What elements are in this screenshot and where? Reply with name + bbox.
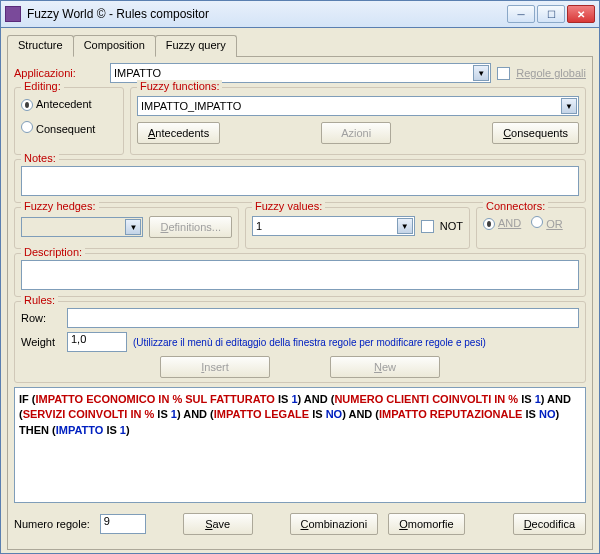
description-field[interactable] xyxy=(21,260,579,290)
fuzzy-functions-value: IMPATTO_IMPATTO xyxy=(141,100,241,112)
numero-regole-label: Numero regole: xyxy=(14,518,90,530)
regole-globali-label: Regole globali xyxy=(516,67,586,79)
regole-globali-checkbox[interactable] xyxy=(497,67,510,80)
antecedents-button[interactable]: Antecedents xyxy=(137,122,220,144)
weight-field[interactable]: 1,0 xyxy=(67,332,127,352)
minimize-button[interactable]: ─ xyxy=(507,5,535,23)
hedges-select: ▼ xyxy=(21,217,143,237)
consequents-button[interactable]: Consequents xyxy=(492,122,579,144)
fuzzy-values-select[interactable]: 1 ▼ xyxy=(252,216,415,236)
notes-field[interactable] xyxy=(21,166,579,196)
not-checkbox[interactable] xyxy=(421,220,434,233)
and-radio: AND xyxy=(483,217,521,230)
titlebar[interactable]: Fuzzy World © - Rules compositor ─ ☐ ✕ xyxy=(0,0,600,28)
fuzzy-functions-group-title: Fuzzy functions: xyxy=(137,80,222,92)
connectors-group-title: Connectors: xyxy=(483,200,548,212)
maximize-button[interactable]: ☐ xyxy=(537,5,565,23)
weight-label: Weight xyxy=(21,336,61,348)
editing-group-title: Editing: xyxy=(21,80,64,92)
fuzzy-hedges-group-title: Fuzzy hedges: xyxy=(21,200,99,212)
row-label: Row: xyxy=(21,312,61,324)
applicazioni-label: Applicazioni: xyxy=(14,67,104,79)
numero-regole-field[interactable]: 9 xyxy=(100,514,146,534)
save-button[interactable]: Save xyxy=(183,513,253,535)
fuzzy-values-value: 1 xyxy=(256,220,262,232)
description-group-title: Description: xyxy=(21,246,85,258)
antecedent-radio[interactable]: Antecedent xyxy=(21,98,117,111)
or-radio: OR xyxy=(531,216,563,230)
fuzzy-values-group-title: Fuzzy values: xyxy=(252,200,325,212)
not-label: NOT xyxy=(440,220,463,232)
tab-panel-composition: Applicazioni: IMPATTO ▼ Regole globali E… xyxy=(7,56,593,550)
new-button: New xyxy=(330,356,440,378)
definitions-button: Definitions... xyxy=(149,216,232,238)
combinazioni-button[interactable]: Combinazioni xyxy=(290,513,379,535)
chevron-down-icon[interactable]: ▼ xyxy=(473,65,489,81)
tab-structure[interactable]: Structure xyxy=(7,35,74,57)
chevron-down-icon[interactable]: ▼ xyxy=(561,98,577,114)
rules-textarea[interactable]: IF (IMPATTO ECONOMICO IN % SUL FATTURATO… xyxy=(14,387,586,503)
app-icon xyxy=(5,6,21,22)
rules-group-title: Rules: xyxy=(21,294,58,306)
tab-fuzzy-query[interactable]: Fuzzy query xyxy=(155,35,237,57)
weight-hint: (Utilizzare il menù di editaggio della f… xyxy=(133,337,579,348)
notes-group-title: Notes: xyxy=(21,152,59,164)
row-field[interactable] xyxy=(67,308,579,328)
chevron-down-icon: ▼ xyxy=(125,219,141,235)
omomorfie-button[interactable]: Omomorfie xyxy=(388,513,464,535)
consequent-radio[interactable]: Consequent xyxy=(21,121,117,135)
insert-button: Insert xyxy=(160,356,270,378)
fuzzy-functions-select[interactable]: IMPATTO_IMPATTO ▼ xyxy=(137,96,579,116)
close-button[interactable]: ✕ xyxy=(567,5,595,23)
applicazioni-value: IMPATTO xyxy=(114,67,161,79)
window-title: Fuzzy World © - Rules compositor xyxy=(27,7,507,21)
azioni-button: Azioni xyxy=(321,122,391,144)
tab-composition[interactable]: Composition xyxy=(73,35,156,57)
chevron-down-icon[interactable]: ▼ xyxy=(397,218,413,234)
decodifica-button[interactable]: Decodifica xyxy=(513,513,586,535)
